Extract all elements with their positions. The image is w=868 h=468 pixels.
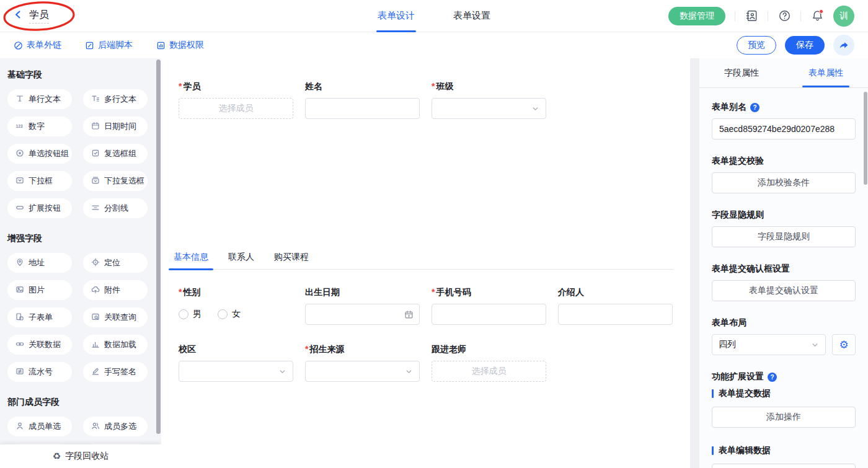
field-gender[interactable]: *性别 男 女 <box>179 287 293 325</box>
field-phone[interactable]: *手机号码 <box>432 287 546 325</box>
user-avatar[interactable]: 训 <box>833 6 854 27</box>
pill-member-multi[interactable]: 成员多选 <box>83 417 148 436</box>
tab-field-properties[interactable]: 字段属性 <box>699 58 784 87</box>
edit-data-add-action-button[interactable]: 添加操作 <box>712 464 856 468</box>
tab-purchased-courses[interactable]: 购买课程 <box>272 252 311 269</box>
header: 学员 表单设计 表单设置 数据管理 训 <box>0 0 868 32</box>
signature-icon <box>91 367 100 377</box>
gear-icon: ⚙ <box>839 338 848 351</box>
pill-data-load[interactable]: 数据加载 <box>83 335 148 355</box>
notification-bell-icon[interactable] <box>810 9 824 23</box>
help-icon[interactable]: ? <box>768 373 777 382</box>
field-name[interactable]: 姓名 <box>305 81 420 119</box>
pill-checkbox-group[interactable]: 复选框组 <box>83 144 148 164</box>
field-follow-up-teacher[interactable]: 跟进老师 选择成员 <box>432 344 546 382</box>
related-data-icon <box>16 340 24 350</box>
form-alias-input[interactable] <box>712 118 856 139</box>
radio-female[interactable]: 女 <box>218 309 241 320</box>
submit-check-label: 表单提交校验 <box>712 156 856 167</box>
edit-data-label: 表单编辑数据 <box>719 445 771 456</box>
campus-select[interactable] <box>179 361 293 382</box>
referrer-input[interactable] <box>559 304 672 324</box>
text-multi-icon <box>91 94 100 105</box>
tab-form-properties[interactable]: 表单属性 <box>784 58 868 87</box>
pill-subform[interactable]: 子表单 <box>7 307 72 327</box>
pill-related-data[interactable]: 关联数据 <box>7 335 72 355</box>
pill-attachment[interactable]: 附件 <box>83 280 148 300</box>
field-class[interactable]: *班级 <box>432 81 546 119</box>
radio-icon[interactable] <box>179 309 188 319</box>
share-button[interactable] <box>833 35 854 56</box>
contacts-icon[interactable] <box>745 9 758 23</box>
add-check-condition-button[interactable]: 添加校验条件 <box>712 172 856 193</box>
pill-multi-select[interactable]: 下拉复选框 <box>83 171 148 191</box>
pill-serial-number[interactable]: 流水号 <box>7 362 72 382</box>
tab-form-design[interactable]: 表单设计 <box>378 0 415 32</box>
pill-image[interactable]: 图片 <box>7 280 72 300</box>
pill-number[interactable]: 123数字 <box>7 117 72 136</box>
chevron-down-icon <box>405 368 413 376</box>
section-marker <box>712 446 714 455</box>
pill-address-pin[interactable]: 地址 <box>7 253 72 273</box>
palette-section-title: 部门成员字段 <box>7 397 161 408</box>
tab-form-settings[interactable]: 表单设置 <box>453 0 490 32</box>
pill-extend-button[interactable]: 扩展按钮 <box>7 198 72 218</box>
save-button[interactable]: 保存 <box>785 36 825 55</box>
help-icon[interactable]: ? <box>750 103 760 112</box>
panel-scrollbar[interactable] <box>864 92 867 185</box>
class-select[interactable] <box>432 98 546 119</box>
chevron-down-icon <box>278 368 286 376</box>
member-picker[interactable]: 选择成员 <box>432 361 546 382</box>
date-input[interactable] <box>305 304 420 325</box>
pill-text-single[interactable]: 单行文本 <box>7 89 72 109</box>
pill-radio-group[interactable]: 单选按钮组 <box>7 144 72 164</box>
data-permission-icon <box>156 41 166 50</box>
pill-divider[interactable]: 分割线 <box>83 198 148 218</box>
backend-script-link[interactable]: 后端脚本 <box>85 40 133 51</box>
back-nav[interactable]: 学员 <box>0 0 49 32</box>
pill-select[interactable]: 下拉框 <box>7 171 72 191</box>
body: 基础字段单行文本多行文本123数字日期时间单选按钮组复选框组下拉框下拉复选框扩展… <box>0 58 868 468</box>
data-permission-link[interactable]: 数据权限 <box>156 40 204 51</box>
sidebar-scrollbar[interactable] <box>156 60 161 434</box>
field-referrer[interactable]: 介绍人 <box>558 287 673 325</box>
radio-male[interactable]: 男 <box>179 309 202 320</box>
field-campus[interactable]: 校区 <box>179 344 293 382</box>
data-manage-button[interactable]: 数据管理 <box>668 7 725 25</box>
visibility-rules-button[interactable]: 字段显隐规则 <box>712 226 856 247</box>
field-student[interactable]: *学员 选择成员 <box>179 81 293 119</box>
tab-contacts[interactable]: 联系人 <box>226 252 257 269</box>
field-recycle-bin[interactable]: ♻ 字段回收站 <box>0 444 161 468</box>
field-birthdate[interactable]: 出生日期 <box>305 287 420 325</box>
image-icon <box>16 285 24 296</box>
main-field-row: *学员 选择成员 姓名 *班级 <box>179 81 690 119</box>
member-picker[interactable]: 选择成员 <box>179 98 293 119</box>
phone-input[interactable] <box>432 304 546 324</box>
visibility-rules-label: 字段显隐规则 <box>712 210 856 221</box>
pill-member-single[interactable]: 成员单选 <box>7 417 72 436</box>
submit-confirm-button[interactable]: 表单提交确认设置 <box>712 280 856 301</box>
enrollment-source-select[interactable] <box>305 361 420 382</box>
recycle-icon: ♻ <box>53 451 61 462</box>
preview-button[interactable]: 预览 <box>737 36 776 55</box>
radio-icon[interactable] <box>218 309 228 319</box>
divider-icon <box>91 203 100 214</box>
pill-text-multi[interactable]: 多行文本 <box>83 89 148 109</box>
pill-locate[interactable]: 定位 <box>83 253 148 273</box>
detail-field-row-1: *性别 男 女 出生日期 *手机号码 <box>179 287 690 325</box>
submit-data-add-action-button[interactable]: 添加操作 <box>712 407 856 428</box>
help-icon[interactable] <box>777 9 791 23</box>
form-external-link[interactable]: 表单外链 <box>14 40 61 51</box>
form-canvas: *学员 选择成员 姓名 *班级 基本信息 联系人 购买课程 <box>161 58 690 468</box>
form-properties-body: 表单别名 ? 表单提交校验 添加校验条件 字段显隐规则 字段显隐规则 表单提交确… <box>699 88 868 468</box>
tab-basic-info[interactable]: 基本信息 <box>171 252 211 269</box>
pill-signature[interactable]: 手写签名 <box>83 362 148 382</box>
pill-datetime[interactable]: 日期时间 <box>83 117 148 136</box>
back-chevron-icon[interactable] <box>14 10 23 22</box>
form-layout-select[interactable]: 四列 <box>712 334 826 355</box>
required-asterisk: * <box>432 81 435 91</box>
layout-settings-button[interactable]: ⚙ <box>832 334 856 355</box>
field-enrollment-source[interactable]: *招生来源 <box>305 344 420 382</box>
name-input[interactable] <box>306 99 419 118</box>
pill-related-query[interactable]: 关联查询 <box>83 307 148 327</box>
